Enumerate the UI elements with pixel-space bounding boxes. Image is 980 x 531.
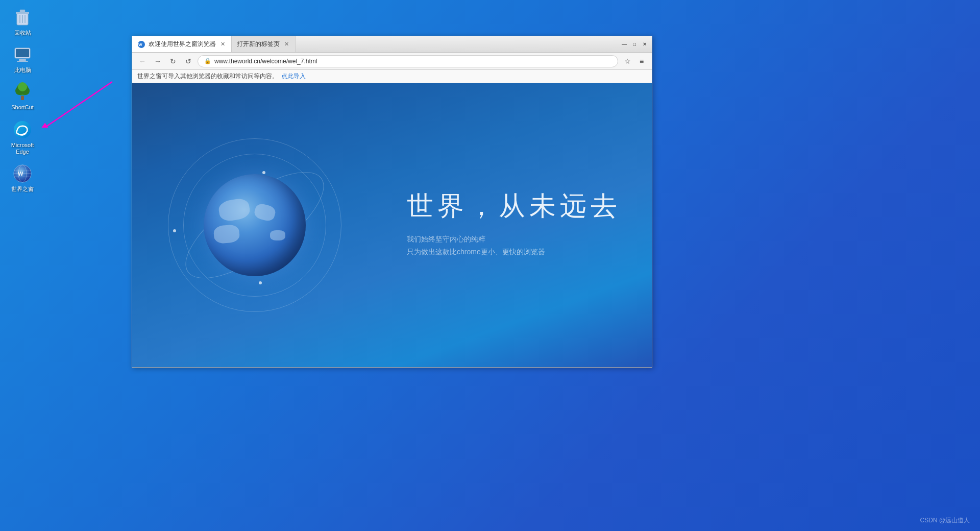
tab-new-close[interactable]: ✕ — [283, 41, 290, 48]
desktop-icons: 回收站 此电脑 — [4, 5, 41, 195]
nav-actions: ☆ ≡ — [621, 55, 648, 67]
browser-content: 世界，从未远去 我们始终坚守内心的纯粹 只为做出这款比chrome更小、更快的浏… — [132, 83, 652, 367]
sub-text: 我们始终坚守内心的纯粹 只为做出这款比chrome更小、更快的浏览器 — [407, 233, 621, 258]
info-bar: 世界之窗可导入其他浏览器的收藏和常访问等内容。 点此导入 — [132, 70, 652, 83]
address-bar[interactable]: 🔒 www.theworld.cn/welcome/wel_7.html — [198, 55, 618, 67]
svg-rect-10 — [21, 96, 24, 100]
tab-new[interactable]: 打开新的标签页 ✕ — [232, 36, 296, 52]
computer-label: 此电脑 — [14, 67, 31, 74]
browser-text-content: 世界，从未远去 我们始终坚守内心的纯粹 只为做出这款比chrome更小、更快的浏… — [407, 191, 621, 259]
recycle-bin-label: 回收站 — [14, 30, 31, 36]
refresh-button[interactable]: ↻ — [167, 55, 179, 67]
maximize-button[interactable]: □ — [630, 40, 639, 49]
svg-rect-9 — [17, 61, 28, 62]
sub-line1: 我们始终坚守内心的纯粹 — [407, 233, 621, 246]
svg-point-15 — [14, 121, 31, 138]
svg-point-14 — [18, 82, 27, 91]
svg-rect-8 — [19, 59, 26, 61]
svg-rect-2 — [20, 10, 25, 12]
tab-new-label: 打开新的标签页 — [237, 40, 280, 49]
reload-button[interactable]: ↺ — [182, 55, 194, 67]
info-bar-link[interactable]: 点此导入 — [281, 72, 306, 81]
sub-line2: 只为做出这款比chrome更小、更快的浏览器 — [407, 246, 621, 259]
close-button[interactable]: ✕ — [641, 40, 649, 49]
tab-welcome-close[interactable]: ✕ — [219, 41, 226, 48]
tab-welcome[interactable]: W 欢迎使用世界之窗浏览器 ✕ — [132, 36, 232, 52]
nav-bar: ← → ↻ ↺ 🔒 www.theworld.cn/welcome/wel_7.… — [132, 53, 652, 70]
svg-rect-7 — [16, 49, 29, 57]
recycle-bin-icon[interactable]: 回收站 — [4, 5, 41, 38]
tab-favicon: W — [137, 40, 145, 49]
computer-icon[interactable]: 此电脑 — [4, 42, 41, 76]
info-bar-text: 世界之窗可导入其他浏览器的收藏和常访问等内容。 — [137, 72, 278, 81]
address-url: www.theworld.cn/welcome/wel_7.html — [214, 58, 611, 65]
orbital-dot-3 — [259, 281, 262, 284]
main-title: 世界，从未远去 — [407, 191, 621, 221]
menu-button[interactable]: ≡ — [635, 55, 648, 67]
shortcut-icon[interactable]: ShortCut — [4, 80, 41, 113]
svg-text:W: W — [18, 171, 23, 177]
edge-icon[interactable]: Microsoft Edge — [4, 117, 41, 157]
world-browser-label: 世界之窗 — [11, 186, 34, 192]
window-controls: — □ ✕ — [617, 36, 652, 52]
back-button[interactable]: ← — [136, 55, 149, 67]
desktop: 回收站 此电脑 — [0, 0, 980, 531]
address-lock-icon: 🔒 — [204, 58, 211, 64]
tab-welcome-label: 欢迎使用世界之窗浏览器 — [149, 40, 216, 49]
globe-visualization — [158, 128, 352, 322]
bookmark-button[interactable]: ☆ — [621, 55, 633, 67]
browser-window: W 欢迎使用世界之窗浏览器 ✕ 打开新的标签页 ✕ — □ ✕ ← → ↻ — [132, 36, 652, 368]
svg-text:W: W — [138, 42, 142, 47]
shortcut-label: ShortCut — [11, 104, 33, 111]
svg-line-24 — [41, 82, 112, 128]
minimize-button[interactable]: — — [620, 40, 628, 49]
forward-button[interactable]: → — [152, 55, 164, 67]
edge-label: Microsoft Edge — [6, 142, 39, 155]
globe-sphere — [204, 174, 306, 276]
watermark: CSDN @远山道人 — [920, 516, 970, 525]
orbital-dot-1 — [262, 171, 265, 174]
world-browser-icon[interactable]: W 世界之窗 — [4, 161, 41, 195]
title-bar: W 欢迎使用世界之窗浏览器 ✕ 打开新的标签页 ✕ — □ ✕ — [132, 36, 652, 53]
